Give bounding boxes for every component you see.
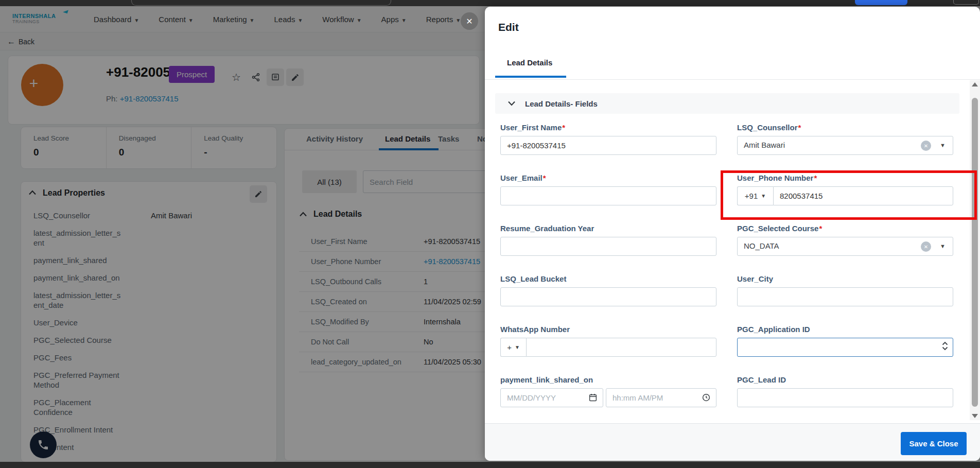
section-lead-details-fields[interactable]: Lead Details- Fields <box>495 93 959 114</box>
section-title: Lead Details- Fields <box>525 99 598 108</box>
chevron-down-icon: ▼ <box>761 193 766 199</box>
scrollbar-up-arrow[interactable] <box>970 80 980 89</box>
user-first-name-input[interactable] <box>500 136 716 155</box>
divider <box>485 79 980 80</box>
field-payment-link-shared-on: payment_link_shared_on <box>500 372 716 423</box>
chevron-down-icon: ▼ <box>515 344 520 350</box>
country-code-select[interactable]: +91 ▼ <box>737 186 773 205</box>
browser-blue-pill <box>855 0 907 5</box>
field-lsq-lead-bucket: LSQ_Lead Bucket <box>500 271 716 322</box>
close-icon[interactable]: ✕ <box>461 12 478 30</box>
date-picker <box>500 388 603 407</box>
pgc-lead-id-input[interactable] <box>737 388 953 407</box>
time-picker <box>606 388 716 407</box>
user-email-input[interactable] <box>500 186 716 205</box>
country-code-select[interactable]: + ▼ <box>500 338 526 357</box>
edit-slideover-panel: Edit Lead Details Lead Details- Fields U… <box>485 7 980 461</box>
pgc-application-id-input[interactable] <box>737 338 953 357</box>
field-lsq-counsellor: LSQ_Counsellor* Amit Bawari ✕ ▼ <box>737 120 953 170</box>
field-user-city: User_City <box>737 271 953 322</box>
field-pgc-application-id: PGC_Application ID <box>737 322 953 372</box>
chevron-down-icon <box>507 101 516 106</box>
user-phone-input[interactable] <box>773 186 953 205</box>
field-user-first-name: User_First Name* <box>500 120 716 170</box>
screen: INTERNSHALA TRAININGS Dashboard▼ Content… <box>0 0 980 468</box>
field-user-phone-number: User_Phone Number* +91 ▼ <box>737 170 953 221</box>
required-marker: * <box>543 174 546 182</box>
browser-outline-pill <box>953 0 979 5</box>
clear-icon[interactable]: ✕ <box>921 241 931 252</box>
time-input[interactable] <box>606 389 694 407</box>
whatsapp-number-input[interactable] <box>526 338 716 357</box>
field-resume-graduation-year: Resume_Graduation Year <box>500 221 716 271</box>
date-input[interactable] <box>501 389 581 407</box>
number-spinner[interactable] <box>942 341 948 351</box>
scrollbar-thumb[interactable] <box>972 98 978 407</box>
active-tab-underline <box>495 76 566 78</box>
clear-icon[interactable]: ✕ <box>921 141 931 151</box>
user-city-input[interactable] <box>737 287 953 306</box>
scrollbar-down-arrow[interactable] <box>970 412 980 420</box>
calendar-icon[interactable] <box>588 393 598 402</box>
chevron-down-icon[interactable]: ▼ <box>940 142 946 148</box>
required-marker: * <box>562 123 565 132</box>
panel-footer: Save & Close <box>485 423 980 461</box>
field-whatsapp-number: WhatsApp Number + ▼ <box>500 322 716 372</box>
lsq-counsellor-select[interactable]: Amit Bawari ✕ ▼ <box>737 136 953 155</box>
clock-icon[interactable] <box>702 393 711 402</box>
edit-fields-grid: User_First Name* LSQ_Counsellor* Amit Ba… <box>500 120 953 423</box>
lsq-lead-bucket-input[interactable] <box>500 287 716 306</box>
required-marker: * <box>798 123 801 132</box>
browser-tab-hint <box>131 0 391 6</box>
tab-lead-details[interactable]: Lead Details <box>507 58 552 67</box>
field-pgc-selected-course: PGC_Selected Course* NO_DATA ✕ ▼ <box>737 221 953 271</box>
browser-bottom-strip <box>0 462 980 468</box>
panel-title: Edit <box>498 21 519 33</box>
panel-scrollbar <box>970 80 980 420</box>
resume-graduation-year-input[interactable] <box>500 237 716 256</box>
field-pgc-lead-id: PGC_Lead ID <box>737 372 953 423</box>
required-marker: * <box>819 224 822 233</box>
pgc-selected-course-select[interactable]: NO_DATA ✕ ▼ <box>737 237 953 256</box>
field-user-email: User_Email* <box>500 170 716 221</box>
save-and-close-button[interactable]: Save & Close <box>901 432 967 455</box>
required-marker: * <box>814 174 817 182</box>
browser-top-strip <box>0 0 980 6</box>
chevron-down-icon[interactable]: ▼ <box>940 243 946 249</box>
